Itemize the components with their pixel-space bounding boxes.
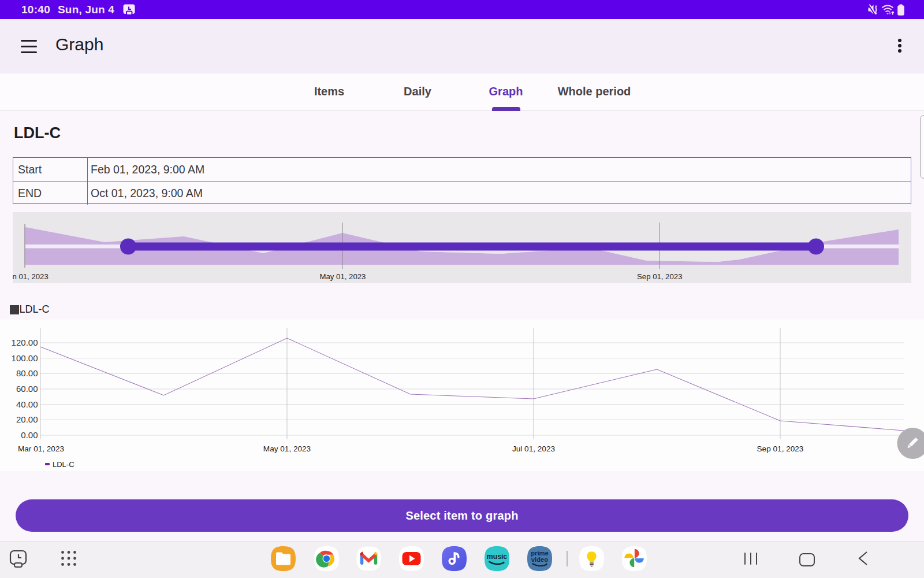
svg-text:120.00: 120.00 xyxy=(12,338,38,347)
svg-text:40.00: 40.00 xyxy=(16,399,38,409)
svg-text:May 01, 2023: May 01, 2023 xyxy=(263,444,311,453)
svg-text:0.00: 0.00 xyxy=(21,430,38,440)
svg-text:music: music xyxy=(487,553,508,561)
svg-text:20.00: 20.00 xyxy=(16,414,38,424)
svg-text:Sep 01, 2023: Sep 01, 2023 xyxy=(757,444,804,453)
svg-text:Mar 01, 2023: Mar 01, 2023 xyxy=(18,444,64,453)
svg-text:60.00: 60.00 xyxy=(16,384,38,394)
svg-text:video: video xyxy=(531,556,549,563)
svg-text:100.00: 100.00 xyxy=(12,353,38,363)
svg-text:80.00: 80.00 xyxy=(16,368,38,378)
svg-text:Jul 01, 2023: Jul 01, 2023 xyxy=(512,444,555,453)
